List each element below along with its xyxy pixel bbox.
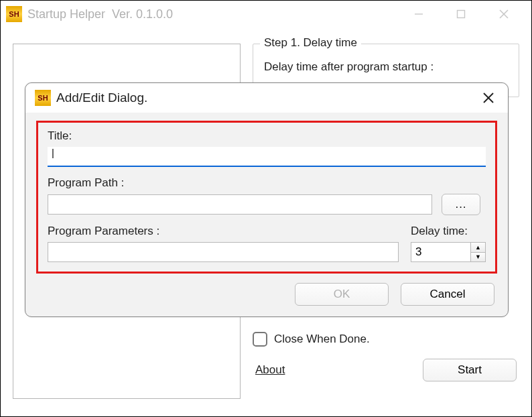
step1-body-text: Delay time after program startup :: [264, 60, 508, 74]
close-when-done-label: Close When Done.: [274, 333, 370, 346]
main-window-titlebar: SH Startup Helper Ver. 0.1.0.0: [1, 1, 531, 27]
app-title: Startup Helper: [27, 7, 105, 21]
delay-time-label: Delay time:: [411, 225, 486, 238]
program-parameters-input[interactable]: [48, 242, 399, 262]
spinner-down-icon[interactable]: ▼: [471, 253, 485, 262]
dialog-titlebar[interactable]: SH Add/Edit Dialog.: [25, 83, 508, 113]
app-version: Ver. 0.1.0.0: [112, 7, 173, 21]
title-label: Title:: [48, 129, 486, 143]
close-when-done-row[interactable]: Close When Done.: [253, 332, 519, 347]
minimize-icon[interactable]: [413, 8, 424, 20]
program-parameters-label: Program Parameters :: [48, 225, 399, 238]
delay-time-value[interactable]: 3: [411, 243, 470, 261]
ok-button[interactable]: OK: [295, 283, 389, 306]
dialog-close-button[interactable]: [478, 88, 498, 108]
close-icon[interactable]: [498, 8, 510, 20]
delay-time-spinner[interactable]: 3 ▲ ▼: [411, 242, 486, 262]
dialog-title: Add/Edit Dialog.: [56, 91, 147, 105]
app-icon: SH: [6, 6, 22, 22]
highlight-frame: Title: | Program Path : ... Program Para…: [36, 121, 497, 274]
program-path-input[interactable]: [48, 194, 432, 215]
maximize-icon[interactable]: [456, 8, 466, 20]
spinner-up-icon[interactable]: ▲: [471, 243, 485, 253]
start-button[interactable]: Start: [423, 359, 517, 381]
cancel-button[interactable]: Cancel: [401, 283, 494, 306]
program-path-label: Program Path :: [48, 176, 486, 190]
browse-button[interactable]: ...: [442, 194, 480, 215]
dialog-app-icon: SH: [35, 90, 51, 106]
add-edit-dialog: SH Add/Edit Dialog. Title: | Program Pat…: [25, 82, 509, 317]
step1-title: Step 1. Delay time: [260, 36, 361, 50]
close-when-done-checkbox[interactable]: [253, 332, 267, 347]
title-input[interactable]: |: [48, 147, 486, 167]
svg-rect-1: [458, 11, 465, 18]
about-link[interactable]: About: [255, 363, 285, 377]
